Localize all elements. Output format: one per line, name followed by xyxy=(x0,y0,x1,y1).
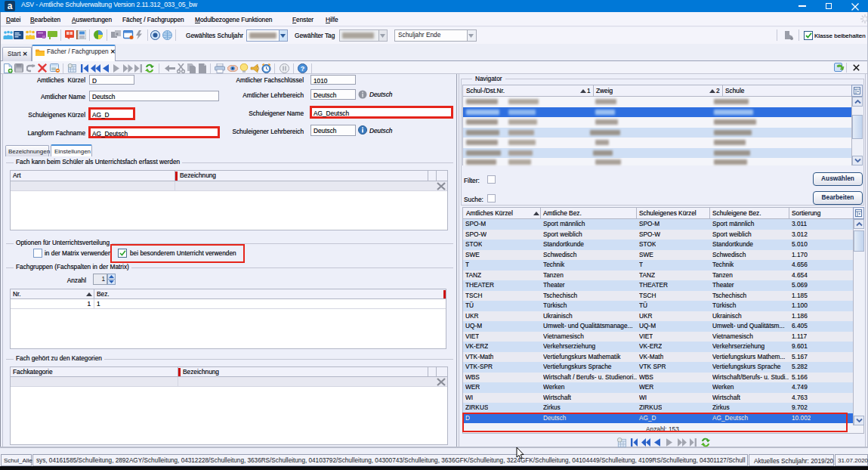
svg-text:?: ? xyxy=(301,65,305,73)
